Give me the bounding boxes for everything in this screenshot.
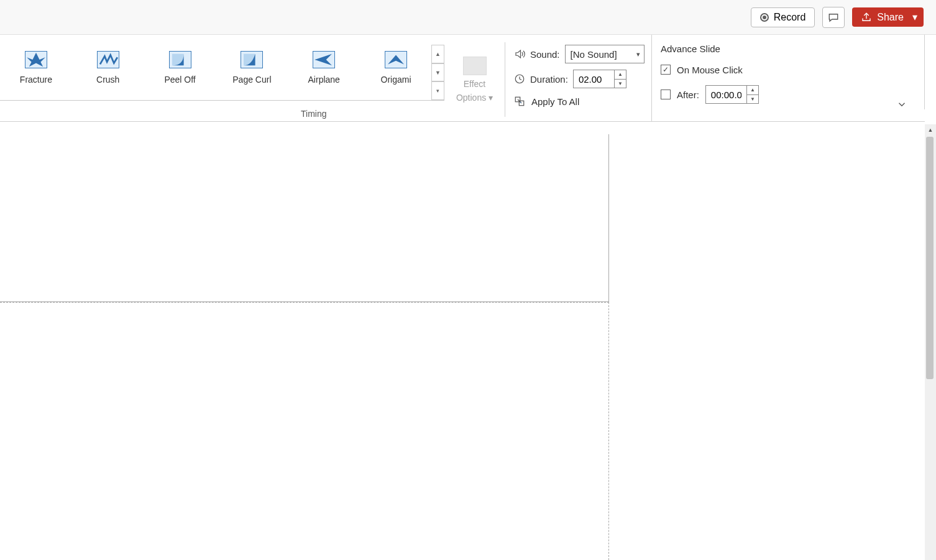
page-curl-icon bbox=[241, 51, 263, 68]
svg-marker-3 bbox=[314, 54, 332, 66]
comments-button[interactable] bbox=[822, 7, 845, 28]
gallery-label: Origami bbox=[381, 75, 411, 85]
gallery-row-down[interactable]: ▼ bbox=[431, 63, 444, 82]
title-bar: Record Share ▾ bbox=[0, 0, 936, 35]
duration-input[interactable] bbox=[573, 70, 614, 88]
sound-value: [No Sound] bbox=[571, 49, 617, 60]
slide-canvas[interactable] bbox=[0, 302, 609, 560]
share-button[interactable]: Share ▾ bbox=[852, 7, 924, 27]
scroll-line-up[interactable]: ▲ bbox=[925, 124, 936, 135]
gallery-item-peel-off[interactable]: Peel Off bbox=[144, 45, 216, 100]
transitions-ribbon: Fracture Crush Peel Off Page Curl Airpla… bbox=[0, 35, 925, 122]
sound-icon bbox=[514, 48, 525, 60]
gallery-label: Crush bbox=[96, 75, 119, 85]
after-checkbox[interactable] bbox=[661, 90, 671, 99]
duration-spinner: ▲ ▼ bbox=[573, 70, 626, 88]
transition-gallery: Fracture Crush Peel Off Page Curl Airpla… bbox=[0, 45, 444, 101]
effect-options-label2: Options ▾ bbox=[456, 93, 493, 103]
timing-group-left: Sound: [No Sound] Duration: ▲ ▼ Apply To… bbox=[505, 35, 651, 121]
gallery-row-up[interactable]: ▲ bbox=[431, 45, 444, 63]
chevron-down-icon: ▾ bbox=[489, 93, 493, 103]
effect-options-button[interactable]: Effect Options ▾ bbox=[444, 42, 505, 117]
after-spinner: ▲ ▼ bbox=[705, 85, 759, 104]
group-separator bbox=[924, 35, 925, 109]
advance-slide-group: Advance Slide On Mouse Click After: ▲ ▼ bbox=[651, 35, 925, 121]
gallery-more[interactable]: ▾ bbox=[431, 81, 444, 100]
duration-label: Duration: bbox=[530, 74, 568, 85]
transition-gallery-items: Fracture Crush Peel Off Page Curl Airpla… bbox=[0, 45, 432, 100]
apply-all-label: Apply To All bbox=[531, 96, 579, 107]
on-mouse-click-label: On Mouse Click bbox=[677, 65, 743, 75]
after-up[interactable]: ▲ bbox=[747, 86, 758, 95]
after-input[interactable] bbox=[705, 85, 746, 104]
duration-up[interactable]: ▲ bbox=[615, 70, 626, 80]
apply-all-icon bbox=[514, 96, 525, 107]
chevron-down-icon[interactable]: ▾ bbox=[912, 11, 917, 23]
gallery-item-fracture[interactable]: Fracture bbox=[0, 45, 72, 100]
group-label-timing: Timing bbox=[301, 109, 327, 119]
apply-to-all-button[interactable]: Apply To All bbox=[514, 93, 651, 109]
advance-slide-title: Advance Slide bbox=[661, 44, 925, 54]
document-preview-area bbox=[0, 134, 609, 302]
gallery-item-page-curl[interactable]: Page Curl bbox=[216, 45, 288, 100]
clock-icon bbox=[514, 73, 525, 85]
svg-marker-4 bbox=[388, 55, 404, 65]
sound-label: Sound: bbox=[530, 49, 560, 60]
gallery-label: Peel Off bbox=[164, 75, 195, 85]
gallery-item-origami[interactable]: Origami bbox=[360, 45, 432, 100]
fracture-icon bbox=[25, 51, 47, 68]
sound-select[interactable]: [No Sound] bbox=[565, 45, 645, 63]
crush-icon bbox=[97, 51, 119, 68]
origami-icon bbox=[385, 51, 407, 68]
effect-options-icon bbox=[463, 57, 487, 75]
gallery-scroll-controls: ▲ ▼ ▾ bbox=[431, 45, 444, 100]
record-icon bbox=[760, 13, 769, 22]
peel-off-icon bbox=[169, 51, 191, 68]
gallery-item-crush[interactable]: Crush bbox=[72, 45, 144, 100]
gallery-label: Fracture bbox=[20, 75, 52, 85]
comment-icon bbox=[828, 12, 839, 23]
scroll-thumb[interactable] bbox=[926, 137, 934, 379]
ribbon-expand-button[interactable] bbox=[896, 99, 907, 112]
gallery-item-airplane[interactable]: Airplane bbox=[288, 45, 360, 100]
share-label: Share bbox=[877, 12, 904, 23]
svg-marker-0 bbox=[27, 53, 45, 67]
duration-down[interactable]: ▼ bbox=[615, 80, 626, 88]
on-mouse-click-checkbox[interactable] bbox=[661, 65, 671, 75]
airplane-icon bbox=[313, 51, 335, 68]
share-icon bbox=[861, 12, 872, 23]
vertical-scrollbar: ▲ bbox=[925, 124, 936, 560]
after-down[interactable]: ▼ bbox=[747, 95, 758, 104]
chevron-down-icon bbox=[896, 99, 907, 110]
effect-options-label1: Effect bbox=[464, 79, 486, 89]
gallery-label: Airplane bbox=[308, 75, 340, 85]
gallery-label: Page Curl bbox=[232, 75, 271, 85]
record-label: Record bbox=[774, 12, 806, 23]
record-button[interactable]: Record bbox=[751, 7, 815, 27]
after-label: After: bbox=[677, 90, 699, 100]
